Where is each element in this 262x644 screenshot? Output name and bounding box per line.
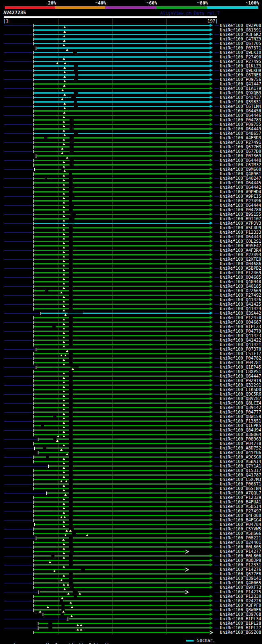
alignment-bar[interactable] [34,402,210,404]
alignment-bar[interactable] [39,438,210,440]
alignment-bar[interactable] [34,263,210,264]
alignment-bar[interactable] [34,29,210,31]
alignment-bar[interactable] [34,609,210,610]
alignment-bar[interactable] [34,344,210,345]
alignment-bar[interactable] [34,241,210,242]
alignment-bar[interactable] [34,385,210,386]
alignment-bar[interactable] [44,614,210,615]
alignment-bar[interactable] [34,443,210,444]
alignment-bar[interactable] [34,286,210,287]
alignment-bar[interactable] [34,214,210,215]
alignment-bar[interactable] [34,322,210,323]
alignment-bar[interactable] [34,173,210,174]
alignment-bar[interactable] [34,245,210,246]
alignment-bar[interactable] [37,349,210,350]
alignment-bar[interactable] [34,416,210,417]
alignment-bar[interactable] [34,506,210,507]
alignment-bar[interactable] [34,596,210,597]
alignment-bar[interactable] [34,160,210,161]
alignment-bar[interactable] [34,92,210,94]
alignment-bar[interactable] [34,510,210,512]
alignment-bar[interactable] [37,155,210,157]
alignment-bar[interactable] [34,259,210,260]
alignment-bar[interactable] [34,407,210,408]
alignment-bar[interactable] [34,304,210,305]
alignment-bar[interactable] [34,88,210,89]
alignment-bar[interactable] [34,632,210,633]
alignment-bar[interactable] [34,205,210,206]
alignment-bar[interactable] [34,106,210,107]
alignment-bar[interactable] [34,488,210,489]
alignment-bar[interactable] [34,335,210,336]
alignment-bar[interactable] [34,250,210,251]
alignment-bar[interactable] [34,97,210,98]
alignment-bar[interactable] [37,47,210,49]
alignment-bar[interactable] [35,524,210,525]
alignment-bar[interactable] [49,465,210,467]
alignment-bar[interactable] [34,376,210,377]
alignment-bar[interactable] [34,223,210,224]
alignment-bar[interactable] [34,398,210,399]
alignment-bar[interactable] [34,200,210,201]
alignment-bar[interactable] [34,115,210,116]
alignment-bar[interactable] [34,227,210,228]
alignment-bar[interactable] [34,133,210,134]
alignment-bar[interactable] [34,582,210,584]
hit-label[interactable]: UniRef100_B6SZ08 [220,630,261,635]
alignment-bar[interactable] [34,178,210,179]
alignment-bar[interactable] [34,268,210,269]
alignment-bar[interactable] [34,519,210,521]
alignment-bar[interactable] [34,605,210,606]
alignment-bar[interactable] [34,528,210,530]
alignment-bar[interactable] [34,79,210,80]
alignment-bar[interactable] [34,358,210,359]
alignment-bar[interactable] [34,483,210,485]
alignment-bar[interactable] [34,317,210,318]
alignment-bar[interactable] [34,461,210,462]
alignment-bar[interactable] [34,34,210,35]
alignment-bar[interactable] [34,124,210,125]
alignment-bar[interactable] [40,591,185,593]
alignment-bar[interactable] [34,236,210,237]
alignment-bar[interactable] [34,420,210,422]
alignment-bar[interactable] [34,277,210,278]
alignment-bar[interactable] [34,389,210,390]
alignment-bar[interactable] [34,411,210,413]
alignment-bar[interactable] [34,560,210,561]
alignment-bar[interactable] [34,362,210,363]
alignment-bar[interactable] [34,371,210,372]
alignment-bar[interactable] [34,546,210,548]
alignment-bar[interactable] [34,326,210,327]
alignment-bar[interactable] [34,295,210,296]
alignment-bar[interactable] [34,281,210,282]
alignment-bar[interactable] [34,43,210,44]
alignment-bar[interactable] [34,110,210,112]
alignment-bar[interactable] [39,627,210,628]
alignment-bar[interactable] [34,555,210,557]
alignment-bar[interactable] [34,70,210,71]
alignment-bar[interactable] [34,497,210,498]
alignment-bar[interactable] [34,151,210,152]
alignment-bar[interactable] [34,128,210,130]
alignment-bar[interactable] [34,542,210,543]
alignment-bar[interactable] [34,25,210,26]
alignment-bar[interactable] [34,209,210,210]
alignment-bar[interactable] [69,618,210,619]
alignment-bar[interactable] [34,587,210,588]
alignment-bar[interactable] [34,533,210,534]
alignment-bar[interactable] [34,340,210,341]
alignment-bar[interactable] [34,254,210,255]
alignment-bar[interactable] [34,83,210,85]
alignview-watermark-link[interactable]: AlignView.pm Beta rel.7 [160,11,220,16]
alignment-bar[interactable] [39,623,210,624]
alignment-bar[interactable] [34,551,185,552]
alignment-bar[interactable] [34,196,210,197]
alignment-bar[interactable] [39,452,210,453]
alignment-bar[interactable] [34,61,210,62]
alignment-bar[interactable] [34,434,210,435]
alignment-bar[interactable] [34,308,210,309]
alignment-bar[interactable] [34,456,210,458]
alignment-bar[interactable] [34,142,210,143]
alignment-bar[interactable] [34,218,210,219]
alignment-bar[interactable] [34,164,210,165]
